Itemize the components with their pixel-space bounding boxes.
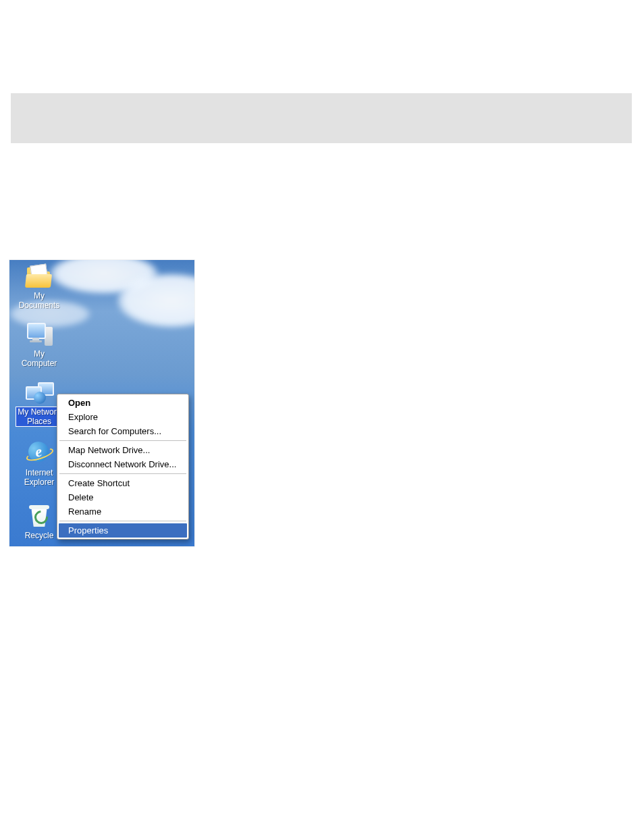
folder-icon	[26, 263, 53, 288]
context-menu-separator	[59, 521, 186, 521]
windows-desktop: My Documents My Computer My Network Plac…	[9, 260, 194, 546]
context-menu-item-open[interactable]: Open	[59, 396, 187, 410]
desktop-icon-label: My Network Places	[16, 407, 61, 426]
context-menu: Open Explore Search for Computers... Map…	[57, 394, 189, 540]
context-menu-item-properties[interactable]: Properties	[59, 523, 187, 538]
context-menu-item-delete[interactable]: Delete	[59, 490, 187, 504]
recycle-bin-icon	[26, 502, 53, 527]
context-menu-item-create-shortcut[interactable]: Create Shortcut	[59, 476, 187, 490]
computer-icon	[26, 321, 53, 346]
context-menu-item-disconnect-network-drive[interactable]: Disconnect Network Drive...	[59, 457, 187, 471]
context-menu-separator	[59, 473, 186, 474]
desktop-icon-my-documents[interactable]: My Documents	[14, 263, 65, 310]
context-menu-item-search-for-computers[interactable]: Search for Computers...	[59, 424, 187, 438]
context-menu-item-explore[interactable]: Explore	[59, 410, 187, 424]
context-menu-separator	[59, 440, 186, 441]
desktop-icon-my-computer[interactable]: My Computer	[14, 321, 65, 368]
context-menu-item-map-network-drive[interactable]: Map Network Drive...	[59, 443, 187, 457]
internet-explorer-icon	[26, 440, 53, 465]
desktop-icon-label: My Documents	[14, 291, 65, 310]
network-places-icon	[26, 379, 53, 405]
header-band	[11, 93, 632, 143]
desktop-icon-label: My Computer	[14, 349, 65, 368]
desktop-icon-label: Recycle	[24, 531, 55, 540]
desktop-icon-label: Internet Explorer	[23, 468, 56, 487]
context-menu-item-rename[interactable]: Rename	[59, 504, 187, 519]
